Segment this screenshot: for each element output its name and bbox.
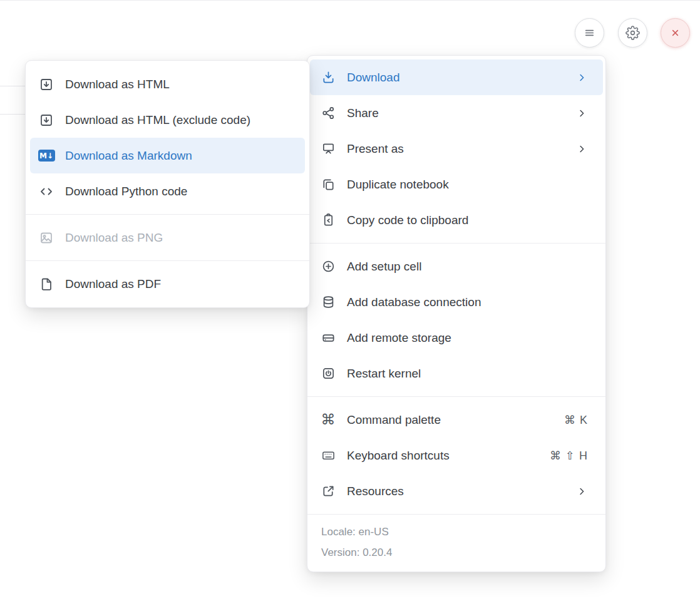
restart-kernel-icon bbox=[320, 366, 336, 382]
menu-item-add-database-connection[interactable]: Add database connection bbox=[310, 284, 603, 320]
submenu-item-download-pdf[interactable]: Download as PDF bbox=[30, 266, 305, 302]
menu-item-label: Restart kernel bbox=[347, 367, 588, 381]
shortcut-hint: ⌘ ⇧ H bbox=[550, 449, 588, 463]
gear-icon bbox=[625, 26, 640, 40]
menu-item-label: Copy code to clipboard bbox=[347, 213, 588, 227]
add-circle-icon bbox=[320, 259, 336, 275]
notebook-menu-button[interactable] bbox=[575, 18, 604, 48]
share-icon bbox=[320, 105, 336, 121]
chevron-right-icon bbox=[575, 71, 588, 84]
menu-item-download[interactable]: Download bbox=[310, 59, 603, 95]
close-button[interactable] bbox=[661, 18, 690, 48]
menu-item-label: Present as bbox=[347, 142, 575, 156]
menu-item-label: Share bbox=[347, 106, 575, 120]
menu-item-copy-code[interactable]: Copy code to clipboard bbox=[310, 202, 603, 238]
file-icon bbox=[38, 276, 55, 292]
hamburger-icon bbox=[582, 26, 597, 40]
submenu-item-download-python-code[interactable]: Download Python code bbox=[30, 173, 305, 209]
submenu-item-download-html-exclude-code[interactable]: Download as HTML (exclude code) bbox=[30, 102, 305, 138]
submenu-item-download-markdown[interactable]: M↓ Download as Markdown bbox=[30, 138, 305, 173]
markdown-icon: M↓ bbox=[38, 148, 55, 164]
download-submenu: Download as HTML Download as HTML (exclu… bbox=[25, 60, 310, 308]
menu-item-add-setup-cell[interactable]: Add setup cell bbox=[310, 249, 603, 284]
download-icon bbox=[320, 69, 336, 86]
command-icon: ⌘ bbox=[320, 412, 336, 428]
submenu-item-download-png: Download as PNG bbox=[30, 220, 305, 255]
close-icon bbox=[668, 26, 682, 40]
menu-item-label: Keyboard shortcuts bbox=[347, 449, 550, 463]
menu-separator bbox=[26, 214, 309, 215]
menu-item-label: Add setup cell bbox=[347, 260, 588, 274]
keyboard-icon bbox=[320, 448, 336, 464]
menu-separator bbox=[26, 260, 309, 261]
submenu-item-label: Download Python code bbox=[65, 185, 295, 198]
image-icon bbox=[38, 230, 55, 246]
menu-item-present-as[interactable]: Present as bbox=[310, 131, 603, 167]
storage-drive-icon bbox=[320, 330, 336, 346]
submenu-item-label: Download as PDF bbox=[65, 277, 295, 291]
notebook-actions-menu: Download Share Present as Duplicate note… bbox=[307, 55, 606, 572]
submenu-item-download-html[interactable]: Download as HTML bbox=[30, 66, 305, 102]
menu-item-share[interactable]: Share bbox=[310, 95, 603, 131]
database-icon bbox=[320, 294, 336, 311]
chevron-right-icon bbox=[575, 485, 588, 498]
menu-item-command-palette[interactable]: ⌘ Command palette ⌘ K bbox=[310, 402, 603, 438]
menu-footer: Locale: en-US Version: 0.20.4 bbox=[307, 514, 605, 572]
chevron-right-icon bbox=[575, 143, 588, 155]
external-link-icon bbox=[320, 483, 336, 500]
submenu-item-label: Download as HTML (exclude code) bbox=[65, 113, 295, 127]
version-text: Version: 0.20.4 bbox=[321, 542, 592, 563]
chevron-right-icon bbox=[575, 107, 588, 120]
menu-item-resources[interactable]: Resources bbox=[310, 473, 603, 509]
menu-item-keyboard-shortcuts[interactable]: Keyboard shortcuts ⌘ ⇧ H bbox=[310, 438, 603, 473]
download-box-icon bbox=[38, 76, 55, 93]
copy-clipboard-icon bbox=[320, 212, 336, 228]
submenu-item-label: Download as PNG bbox=[65, 231, 295, 245]
menu-separator bbox=[307, 396, 605, 397]
shortcut-hint: ⌘ K bbox=[564, 413, 588, 427]
menu-item-label: Command palette bbox=[347, 413, 564, 427]
menu-item-duplicate-notebook[interactable]: Duplicate notebook bbox=[310, 167, 603, 202]
background-cell-fragment bbox=[0, 86, 25, 115]
settings-button[interactable] bbox=[618, 18, 647, 48]
menu-item-label: Add database connection bbox=[347, 295, 588, 309]
download-box-icon bbox=[38, 112, 55, 128]
present-icon bbox=[320, 141, 336, 157]
submenu-item-label: Download as Markdown bbox=[65, 149, 295, 163]
menu-item-label: Duplicate notebook bbox=[347, 178, 588, 192]
menu-item-label: Add remote storage bbox=[347, 331, 588, 345]
window-top-edge bbox=[0, 0, 700, 1]
code-icon bbox=[38, 183, 55, 200]
menu-item-restart-kernel[interactable]: Restart kernel bbox=[310, 356, 603, 391]
submenu-item-label: Download as HTML bbox=[65, 78, 295, 91]
menu-separator bbox=[307, 243, 605, 244]
menu-item-label: Download bbox=[347, 71, 575, 85]
menu-item-add-remote-storage[interactable]: Add remote storage bbox=[310, 320, 603, 356]
locale-text: Locale: en-US bbox=[321, 521, 592, 542]
duplicate-icon bbox=[320, 177, 336, 193]
menu-item-label: Resources bbox=[347, 485, 575, 498]
